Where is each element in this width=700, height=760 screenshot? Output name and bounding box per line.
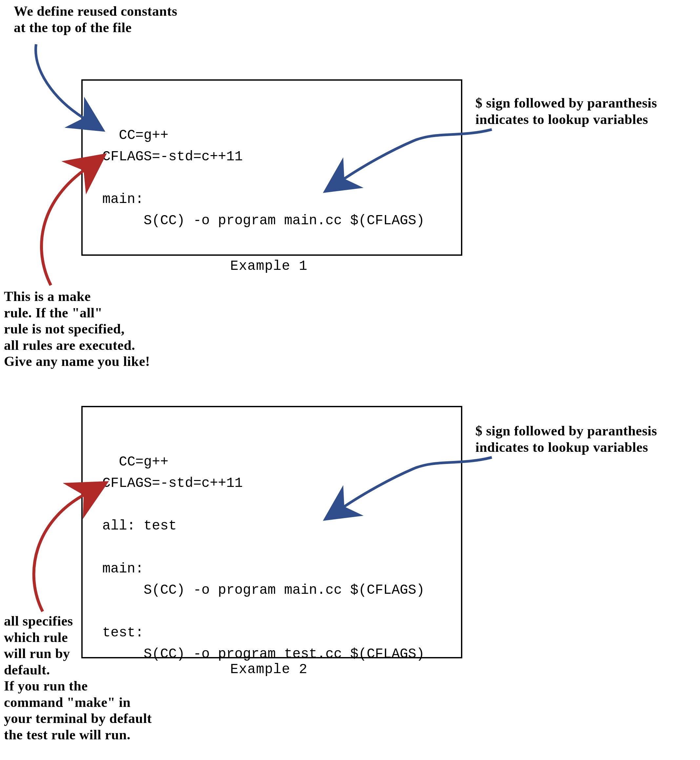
example1-code: CC=g++ CFLAGS=-std=c++11 main: S(CC) -o … [102, 128, 425, 228]
example2-caption: Example 2 [200, 661, 338, 677]
note-all-specifies: all specifies which rule will run by def… [4, 613, 152, 743]
note-dollar-lookup-1: $ sign followed by paranthesis indicates… [475, 95, 657, 128]
example1-codebox: CC=g++ CFLAGS=-std=c++11 main: S(CC) -o … [81, 79, 462, 256]
example1-caption: Example 1 [200, 258, 338, 274]
note-constants-top: We define reused constants at the top of… [14, 3, 177, 36]
arrow-all-specifies [34, 495, 84, 611]
note-make-rule: This is a make rule. If the "all" rule i… [4, 289, 150, 370]
arrow-make-rule [41, 170, 84, 285]
arrow-constants-to-code [36, 44, 84, 118]
note-dollar-lookup-2: $ sign followed by paranthesis indicates… [475, 423, 657, 455]
